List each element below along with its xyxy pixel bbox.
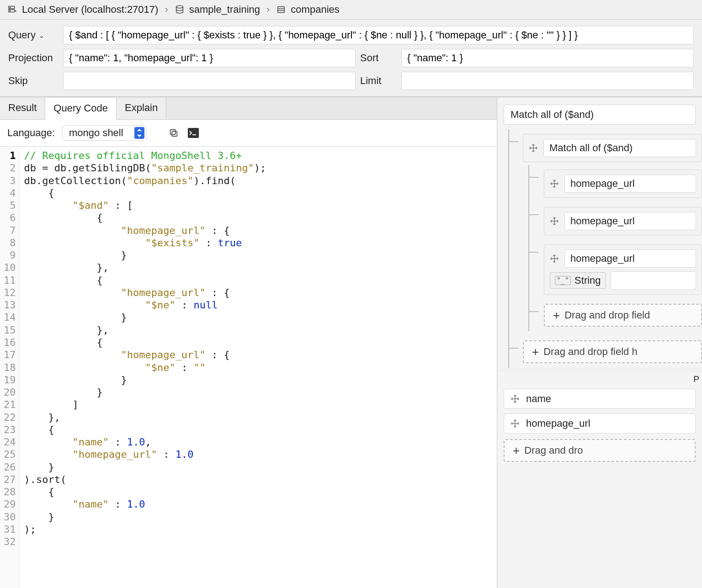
and-node-label[interactable]: Match all of ($and) <box>543 139 696 157</box>
drop-zone-inner[interactable]: + Drag and drop field <box>544 304 702 327</box>
code-editor[interactable]: 1234567891011121314151617181920212223242… <box>0 147 497 588</box>
gutter-line: 17 <box>4 349 16 361</box>
code-line[interactable]: "$ne" : null <box>24 299 266 311</box>
code-line[interactable]: "$exists" : true <box>24 237 266 249</box>
builder-field-node: homepage_url <box>535 202 702 240</box>
gutter-line: 7 <box>4 224 16 237</box>
code-line[interactable]: ).sort( <box>24 473 266 486</box>
move-icon[interactable] <box>511 394 520 403</box>
gutter-line: 30 <box>4 511 16 523</box>
type-badge[interactable]: "_" String <box>550 272 606 289</box>
gutter-line: 12 <box>4 286 16 299</box>
builder-drop-inner-wrap: + Drag and drop field <box>535 299 702 331</box>
visual-builder-panel: Match all of ($and) Match all of ($and) <box>497 97 702 588</box>
chevron-right-icon: › <box>163 4 170 16</box>
skip-input-wrap <box>63 72 356 90</box>
tab-query-code[interactable]: Query Code <box>45 98 117 120</box>
gutter-line: 32 <box>4 535 16 548</box>
code-line[interactable]: // Requires official MongoShell 3.6+ <box>24 149 266 162</box>
projection-field-name: homepage_url <box>526 418 590 429</box>
projection-field-row[interactable]: homepage_url <box>504 413 696 434</box>
move-icon[interactable] <box>511 419 520 428</box>
chevron-down-icon[interactable]: ⌄ <box>38 31 44 40</box>
code-line[interactable]: } <box>24 511 266 523</box>
code-line[interactable]: "homepage_url" : { <box>24 349 266 361</box>
gutter-line: 10 <box>4 261 16 274</box>
code-line[interactable]: }, <box>24 261 266 274</box>
breadcrumb-database[interactable]: sample_training <box>189 4 260 16</box>
code-line[interactable]: db = db.getSiblingDB("sample_training"); <box>24 162 266 174</box>
move-icon[interactable] <box>550 179 559 188</box>
code-line[interactable]: db.getCollection("companies").find( <box>24 175 266 187</box>
projection-input[interactable] <box>63 49 356 67</box>
value-input-placeholder[interactable] <box>611 271 696 290</box>
code-line[interactable]: "homepage_url" : { <box>24 224 266 237</box>
limit-label: Limit <box>360 72 397 90</box>
code-line[interactable]: ] <box>24 398 266 411</box>
tab-result[interactable]: Result <box>0 97 45 119</box>
query-input[interactable] <box>63 26 694 44</box>
result-tabs: Result Query Code Explain <box>0 97 497 120</box>
builder-field-node: homepage_url "_" String <box>535 240 702 299</box>
tab-explain[interactable]: Explain <box>117 97 166 119</box>
breadcrumb-collection[interactable]: companies <box>291 4 339 16</box>
code-line[interactable]: { <box>24 274 266 286</box>
left-pane: Result Query Code Explain Language: mong… <box>0 97 497 588</box>
code-line[interactable]: { <box>24 212 266 224</box>
move-icon[interactable] <box>550 254 559 263</box>
gutter-line: 29 <box>4 498 16 510</box>
code-line[interactable]: } <box>24 374 266 386</box>
code-line[interactable]: { <box>24 424 266 436</box>
chevron-right-icon: › <box>265 4 271 16</box>
move-icon[interactable] <box>529 143 538 153</box>
limit-input[interactable] <box>401 72 694 90</box>
code-line[interactable]: "$and" : [ <box>24 199 266 212</box>
code-line[interactable]: }, <box>24 411 266 424</box>
language-select[interactable]: mongo shell <box>62 125 147 141</box>
code-line[interactable]: { <box>24 336 266 349</box>
gutter-line: 6 <box>4 212 16 224</box>
string-type-icon: "_" <box>555 276 571 285</box>
code-line[interactable]: "name" : 1.0 <box>24 498 266 510</box>
code-line[interactable]: "name" : 1.0, <box>24 436 266 448</box>
gutter-line: 1 <box>4 149 16 162</box>
drop-zone-outer[interactable]: + Drag and drop field h <box>523 340 702 363</box>
svg-rect-9 <box>170 130 175 135</box>
move-icon[interactable] <box>550 217 559 226</box>
query-input-wrap <box>63 26 694 44</box>
field-name[interactable]: homepage_url <box>564 175 696 193</box>
svg-rect-10 <box>188 128 199 138</box>
code-line[interactable]: ); <box>24 523 266 535</box>
editor-code[interactable]: // Requires official MongoShell 3.6+db =… <box>21 147 270 588</box>
gutter-line: 25 <box>4 448 16 461</box>
field-name[interactable]: homepage_url <box>564 249 696 268</box>
plus-icon: + <box>532 346 539 358</box>
field-name[interactable]: homepage_url <box>564 212 696 230</box>
code-line[interactable]: "homepage_url" : { <box>24 286 266 299</box>
projection-section-header: P <box>497 372 702 384</box>
code-line[interactable]: } <box>24 386 266 398</box>
drop-zone-projection[interactable]: + Drag and dro <box>504 439 696 462</box>
sort-input[interactable] <box>401 49 694 67</box>
builder-root-and[interactable]: Match all of ($and) <box>504 105 696 125</box>
copy-icon[interactable] <box>168 127 180 139</box>
code-line[interactable]: { <box>24 486 266 498</box>
code-line[interactable]: } <box>24 461 266 473</box>
gutter-line: 21 <box>4 398 16 411</box>
field-node-box: homepage_url <box>544 170 702 198</box>
code-line[interactable]: }, <box>24 324 266 336</box>
code-line[interactable]: { <box>24 187 266 199</box>
projection-field-row[interactable]: name <box>504 389 696 409</box>
code-line[interactable] <box>24 535 266 548</box>
code-line[interactable]: "homepage_url" : 1.0 <box>24 448 266 461</box>
code-line[interactable]: } <box>24 311 266 323</box>
terminal-icon[interactable] <box>187 127 200 139</box>
breadcrumb-server[interactable]: Local Server (localhost:27017) <box>22 4 158 16</box>
language-label: Language: <box>7 127 55 139</box>
gutter-line: 13 <box>4 299 16 311</box>
code-line[interactable]: "$ne" : "" <box>24 361 266 374</box>
code-line[interactable]: } <box>24 249 266 261</box>
plus-icon: + <box>513 445 520 456</box>
gutter-line: 3 <box>4 175 16 187</box>
skip-input[interactable] <box>63 72 356 90</box>
